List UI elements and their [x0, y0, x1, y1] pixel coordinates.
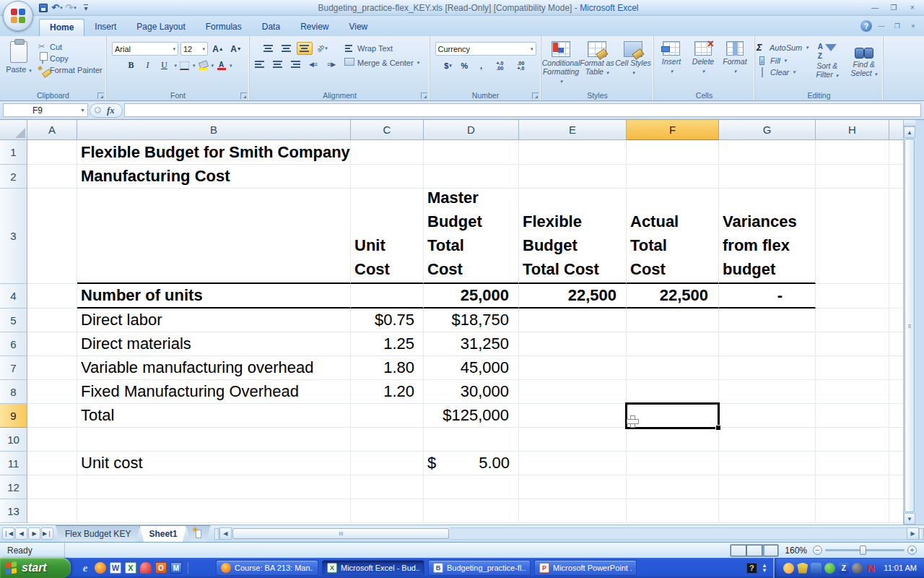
row-header-5[interactable]: 5: [0, 309, 27, 332]
cell-G4[interactable]: -: [719, 284, 816, 309]
scroll-left-button[interactable]: ◀: [219, 527, 232, 540]
cell-C5[interactable]: $0.75: [351, 309, 424, 332]
cell-F2[interactable]: [627, 165, 719, 189]
horizontal-scroll-track[interactable]: [450, 527, 907, 540]
cell-C10[interactable]: [351, 428, 424, 452]
borders-button[interactable]: [179, 61, 190, 71]
tab-insert[interactable]: Insert: [84, 19, 126, 36]
number-format-combo[interactable]: Currency▾: [435, 42, 536, 56]
cell-G5[interactable]: [719, 309, 816, 332]
key-icon[interactable]: [140, 562, 152, 574]
cell-D3[interactable]: MasterBudgetTotalCost: [424, 189, 519, 284]
cell-F7[interactable]: [627, 356, 719, 380]
percent-style-button[interactable]: %: [458, 59, 472, 72]
cell-C4[interactable]: [351, 284, 424, 309]
cell-H7[interactable]: [816, 356, 889, 380]
grow-font-button[interactable]: A▲: [210, 42, 226, 56]
align-right-button[interactable]: [287, 58, 303, 71]
cell-F11[interactable]: [627, 452, 719, 475]
cell-F8[interactable]: [627, 380, 719, 404]
middle-align-button[interactable]: [279, 42, 295, 55]
scroll-right-button[interactable]: ▶: [907, 527, 919, 540]
cell-A12[interactable]: [27, 475, 77, 499]
norton-tray-icon[interactable]: N: [866, 563, 876, 574]
last-sheet-button[interactable]: ▶❘: [41, 527, 53, 540]
cell-C7[interactable]: 1.80: [351, 356, 424, 380]
row-header-2[interactable]: 2: [0, 165, 27, 189]
font-size-combo[interactable]: 12▾: [180, 42, 208, 56]
increase-decimal-button[interactable]: +.0 .00: [491, 60, 510, 72]
cell-G11[interactable]: [719, 452, 816, 475]
previous-sheet-button[interactable]: ◀: [15, 527, 27, 540]
save-button[interactable]: [38, 2, 49, 14]
next-sheet-button[interactable]: ▶: [28, 527, 40, 540]
decrease-decimal-button[interactable]: .00 +.0: [512, 60, 531, 72]
cell-E2[interactable]: [519, 165, 627, 189]
cell-styles-button[interactable]: Cell Styles ▾: [615, 38, 651, 89]
cell-B12[interactable]: [77, 475, 351, 499]
cell-E3[interactable]: FlexibleBudgetTotal Cost: [519, 189, 627, 284]
column-header-B[interactable]: B: [77, 120, 351, 140]
messenger-tray-icon[interactable]: [783, 563, 794, 574]
cell-H8[interactable]: [816, 380, 889, 404]
cell-D11[interactable]: $5.00: [424, 452, 519, 475]
cell-H10[interactable]: [816, 428, 889, 452]
cell-A7[interactable]: [27, 356, 77, 380]
cell-G10[interactable]: [719, 428, 816, 452]
select-all-corner[interactable]: [0, 120, 27, 140]
top-align-button[interactable]: [261, 42, 276, 55]
workbook-minimize-button[interactable]: —: [875, 22, 888, 31]
cell-B5[interactable]: Direct labor: [77, 309, 351, 332]
internet-explorer-icon[interactable]: e: [79, 562, 91, 574]
bold-button[interactable]: B: [123, 59, 138, 72]
cell-D9[interactable]: $125,000: [424, 404, 519, 428]
scroll-down-button[interactable]: ▼: [904, 513, 915, 525]
cell-G6[interactable]: [719, 332, 816, 356]
increase-indent-button[interactable]: ≡▶: [323, 58, 339, 71]
excel-icon[interactable]: X: [125, 562, 136, 574]
word-icon[interactable]: W: [110, 562, 121, 574]
outlook-icon[interactable]: O: [155, 562, 167, 574]
firefox-icon[interactable]: [95, 562, 106, 574]
cell-F1[interactable]: [627, 140, 719, 165]
help-tray-icon[interactable]: ?: [746, 563, 757, 574]
cell-C11[interactable]: [351, 452, 424, 475]
row-header-3[interactable]: 3: [0, 189, 27, 284]
cell-A3[interactable]: [27, 189, 77, 284]
align-center-button[interactable]: [269, 58, 285, 71]
first-sheet-button[interactable]: ❘◀: [2, 527, 14, 540]
tools-tray-icon[interactable]: [811, 563, 821, 574]
vertical-scrollbar[interactable]: ▲ ▼: [903, 120, 915, 525]
column-header-F[interactable]: F: [627, 120, 719, 140]
page-break-view-button[interactable]: [762, 545, 778, 556]
zoom-level[interactable]: 160%: [785, 545, 807, 556]
format-as-table-button[interactable]: Format as Table ▾: [579, 38, 615, 89]
cell-F13[interactable]: [627, 499, 719, 523]
cell-E11[interactable]: [519, 452, 627, 475]
paste-button[interactable]: Paste ▾: [1, 38, 36, 89]
row-header-12[interactable]: 12: [0, 475, 27, 499]
office-button[interactable]: [3, 1, 33, 31]
cell-D1[interactable]: [424, 140, 519, 165]
comma-style-button[interactable]: ,: [474, 59, 489, 72]
format-painter-button[interactable]: Format Painter: [36, 66, 103, 74]
merge-center-button[interactable]: Merge & Center ▾: [344, 58, 419, 67]
cell-C12[interactable]: [351, 475, 424, 499]
cell-G12[interactable]: [719, 475, 816, 499]
row-header-7[interactable]: 7: [0, 356, 27, 380]
cell-E4[interactable]: 22,500: [519, 284, 627, 309]
cell-D4[interactable]: 25,000: [424, 284, 519, 309]
name-box-dropdown-icon[interactable]: ▼: [80, 108, 87, 113]
cell-H6[interactable]: [816, 332, 889, 356]
cell-H1[interactable]: [816, 140, 889, 165]
tab-home[interactable]: Home: [39, 19, 84, 36]
cell-E13[interactable]: [519, 499, 627, 523]
zoom-in-button[interactable]: +: [907, 545, 917, 555]
cell-B11[interactable]: Unit cost: [77, 452, 351, 475]
cell-H11[interactable]: [816, 452, 889, 475]
cell-G8[interactable]: [719, 380, 816, 404]
cell-B6[interactable]: Direct materials: [77, 332, 351, 356]
cell-B10[interactable]: [77, 428, 351, 452]
alignment-dialog-launcher[interactable]: [421, 92, 427, 99]
row-header-11[interactable]: 11: [0, 452, 27, 475]
